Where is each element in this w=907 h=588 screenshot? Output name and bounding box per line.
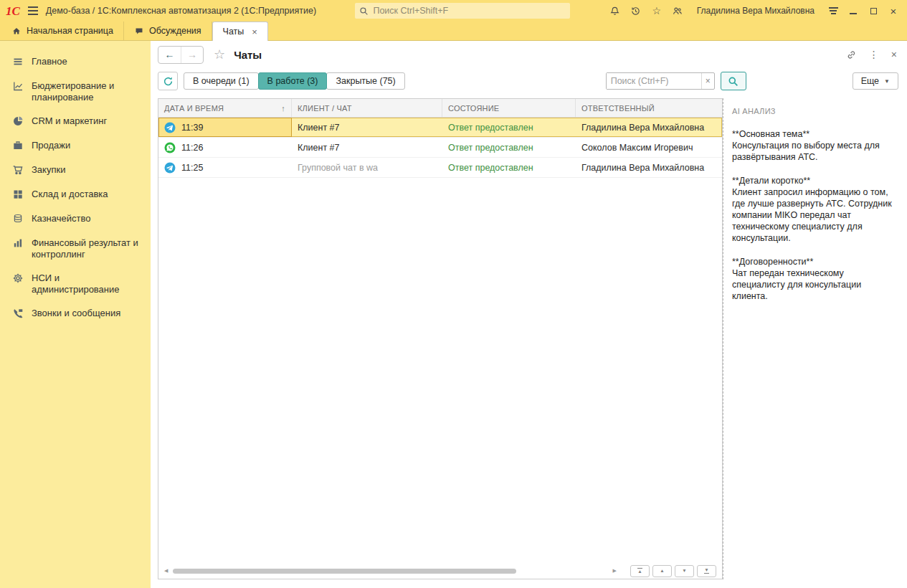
maximize-icon[interactable]: [868, 6, 878, 16]
cell-state[interactable]: Ответ предоставлен: [442, 138, 576, 157]
cell-text: Гладилина Вера Михайловна: [581, 123, 704, 133]
ai-section-agreements: **Договоренности** Чат передан техническ…: [732, 256, 896, 302]
window-titlebar: 1С Демо-база / 1С:Комплексная автоматиза…: [0, 0, 907, 22]
back-button[interactable]: ←: [158, 47, 181, 63]
tab-close-icon[interactable]: ×: [252, 27, 257, 37]
sidebar-item-administration[interactable]: НСИ и администрирование: [0, 266, 151, 301]
sections-sidebar: Главное Бюджетирование и планирование CR…: [0, 41, 151, 588]
tab-label: Начальная страница: [27, 26, 113, 36]
column-header-state[interactable]: СОСТОЯНИЕ: [442, 99, 576, 117]
tab-discussions[interactable]: Обсуждения: [124, 22, 212, 40]
cell-datetime[interactable]: 11:39: [158, 118, 292, 137]
sidebar-item-warehouse[interactable]: Склад и доставка: [0, 182, 151, 207]
open-windows-tabbar: Начальная страница Обсуждения Чаты ×: [0, 22, 907, 41]
cell-client[interactable]: Групповой чат в wa: [292, 158, 442, 177]
more-actions-button[interactable]: Еще ▼: [853, 72, 898, 90]
scroll-right-icon[interactable]: ▶: [613, 568, 617, 574]
more-dots-icon[interactable]: ⋮: [869, 49, 879, 60]
column-header-responsible[interactable]: ОТВЕТСТВЕННЫЙ: [576, 99, 722, 117]
sidebar-item-label: Казначейство: [32, 213, 90, 224]
cell-datetime[interactable]: 11:25: [158, 158, 292, 177]
sidebar-item-crm[interactable]: CRM и маркетинг: [0, 109, 151, 133]
go-previous-button[interactable]: ▲: [652, 565, 672, 577]
cell-client[interactable]: Клиент #7: [292, 118, 442, 137]
cell-time-text: 11:39: [181, 123, 203, 133]
ai-section-heading: **Основная тема**: [732, 128, 896, 140]
scrollbar-thumb[interactable]: [173, 569, 516, 574]
discussions-people-icon[interactable]: [672, 5, 683, 16]
whatsapp-icon: [164, 142, 176, 153]
search-button[interactable]: [721, 72, 746, 90]
tab-home[interactable]: Начальная страница: [1, 22, 124, 40]
table-row[interactable]: 11:25 Групповой чат в wa Ответ предостав…: [158, 158, 722, 178]
main-menu-icon[interactable]: [27, 4, 39, 18]
filter-closed-button[interactable]: Закрытые (75): [326, 72, 404, 90]
titlebar-icons: ☆: [609, 5, 683, 16]
go-first-button[interactable]: ▲: [630, 565, 650, 577]
go-next-button[interactable]: ▼: [675, 565, 694, 577]
discussion-bubble-icon: [134, 27, 144, 36]
scroll-left-icon[interactable]: ◀: [164, 568, 168, 574]
horizontal-scrollbar[interactable]: [173, 568, 607, 574]
sidebar-item-label: НСИ и администрирование: [32, 272, 145, 295]
global-search-input[interactable]: [373, 6, 566, 16]
cell-time-text: 11:26: [181, 143, 203, 153]
filter-inwork-button[interactable]: В работе (3): [258, 72, 328, 90]
tab-chats[interactable]: Чаты ×: [212, 22, 268, 41]
go-last-button[interactable]: ▼: [697, 565, 716, 577]
favorites-star-icon[interactable]: ☆: [651, 5, 663, 16]
table-row[interactable]: 11:26 Клиент #7 Ответ предоставлен Сокол…: [158, 138, 722, 158]
sidebar-item-calls-messages[interactable]: Звонки и сообщения: [0, 301, 151, 326]
pie-chart-icon: [12, 115, 24, 127]
add-favorite-star-icon[interactable]: ☆: [214, 47, 225, 62]
ai-section-heading: **Детали коротко**: [732, 175, 896, 186]
sidebar-item-financial-result[interactable]: Финансовый результат и контроллинг: [0, 231, 151, 266]
cell-time-text: 11:25: [181, 163, 203, 173]
list-navigation-buttons: ▲ ▲ ▼ ▼: [630, 565, 716, 577]
status-text: Ответ предоставлен: [448, 123, 533, 133]
tools-menu-icon[interactable]: [828, 6, 838, 16]
more-button-label: Еще: [861, 76, 879, 86]
notifications-bell-icon[interactable]: [609, 5, 621, 16]
app-title: Демо-база / 1С:Комплексная автоматизация…: [46, 6, 316, 16]
sidebar-item-label: Склад и доставка: [32, 189, 108, 200]
onec-logo: 1С: [6, 5, 20, 17]
get-link-icon[interactable]: [846, 49, 857, 60]
sidebar-item-treasury[interactable]: Казначейство: [0, 207, 151, 231]
gear-icon: [12, 272, 24, 284]
briefcase-icon: [12, 140, 24, 151]
sidebar-item-purchasing[interactable]: Закупки: [0, 158, 151, 182]
forward-button[interactable]: →: [181, 47, 203, 63]
ai-section-body: Консультация по выбору места для развёрт…: [732, 140, 896, 163]
list-toolbar: В очереди (1) В работе (3) Закрытые (75)…: [151, 68, 907, 94]
sidebar-item-main[interactable]: Главное: [0, 49, 151, 74]
ai-section-body: Чат передан техническому специалисту для…: [732, 267, 896, 302]
sidebar-item-sales[interactable]: Продажи: [0, 133, 151, 158]
refresh-button[interactable]: [158, 72, 178, 90]
clear-search-icon[interactable]: ×: [701, 73, 714, 89]
sidebar-item-budgeting[interactable]: Бюджетирование и планирование: [0, 74, 151, 109]
cell-responsible[interactable]: Гладилина Вера Михайловна: [576, 118, 722, 137]
history-icon[interactable]: [630, 5, 642, 16]
cell-responsible[interactable]: Гладилина Вера Михайловна: [576, 158, 722, 177]
minimize-icon[interactable]: [848, 6, 858, 16]
cell-responsible[interactable]: Соколов Максим Игоревич: [576, 138, 722, 157]
cell-text: Групповой чат в wa: [298, 163, 378, 173]
column-header-datetime[interactable]: ДАТА И ВРЕМЯ ↑: [158, 99, 292, 117]
cell-state[interactable]: Ответ предоставлен: [442, 158, 576, 177]
cell-datetime[interactable]: 11:26: [158, 138, 292, 157]
column-header-client[interactable]: КЛИЕНТ / ЧАТ: [292, 99, 442, 117]
window-close-icon[interactable]: ×: [888, 6, 898, 16]
global-search[interactable]: [355, 3, 570, 19]
page-close-icon[interactable]: ×: [891, 49, 897, 60]
cell-client[interactable]: Клиент #7: [292, 138, 442, 157]
cell-text: Клиент #7: [298, 123, 340, 133]
table-row[interactable]: 11:39 Клиент #7 Ответ предоставлен Глади…: [158, 118, 722, 138]
ai-section-details: **Детали коротко** Клиент запросил инфор…: [732, 175, 896, 244]
telegram-icon: [164, 162, 176, 174]
list-search-input[interactable]: [607, 73, 701, 89]
cell-state[interactable]: Ответ предоставлен: [442, 118, 576, 137]
filter-queued-button[interactable]: В очереди (1): [184, 72, 259, 90]
table-body: 11:39 Клиент #7 Ответ предоставлен Глади…: [158, 118, 722, 563]
sidebar-item-label: Звонки и сообщения: [32, 308, 120, 319]
